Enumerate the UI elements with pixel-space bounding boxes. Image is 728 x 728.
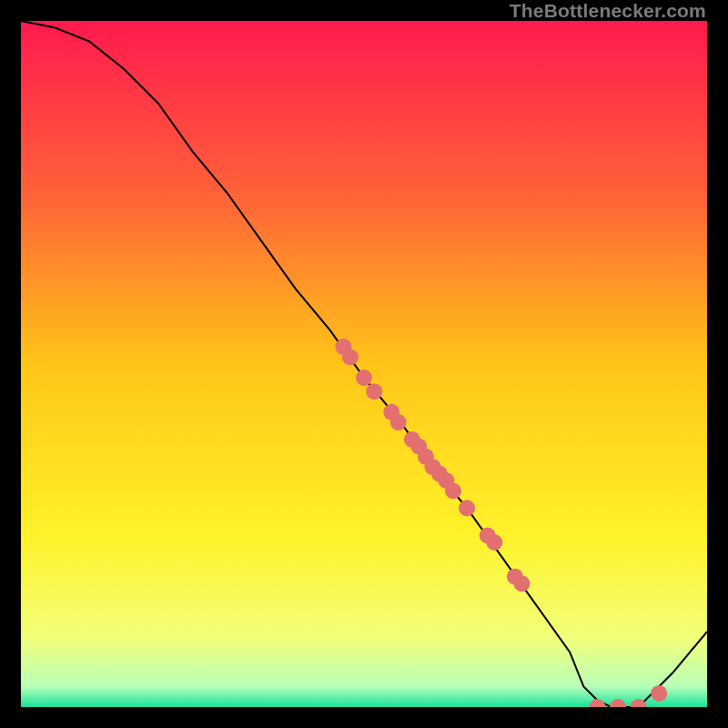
data-marker [513, 575, 530, 592]
data-marker [390, 414, 407, 430]
data-marker [651, 685, 667, 702]
chart-frame [21, 21, 707, 707]
chart-plot [21, 21, 707, 707]
watermark-text: TheBottlenecker.com [510, 0, 706, 22]
data-marker [366, 383, 382, 399]
data-marker [342, 349, 359, 366]
data-marker [459, 500, 475, 516]
chart-background [21, 21, 707, 707]
data-marker [486, 534, 502, 551]
data-marker [445, 483, 461, 500]
data-marker [356, 369, 372, 386]
